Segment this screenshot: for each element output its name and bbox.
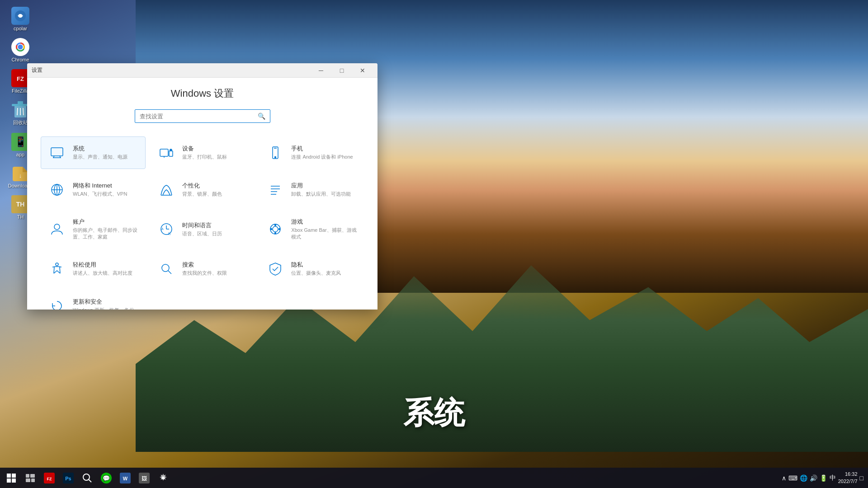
chevron-up-icon[interactable]: ∧ xyxy=(782,474,786,482)
volume-icon[interactable]: 🔊 xyxy=(810,474,817,482)
svg-line-49 xyxy=(168,271,171,274)
svg-rect-55 xyxy=(30,474,35,478)
clock-date: 2022/7/7 xyxy=(838,478,858,485)
notification-icon[interactable]: □ xyxy=(860,474,863,482)
svg-rect-54 xyxy=(26,474,29,478)
accounts-text: 账户 你的账户、电子邮件、同步设置、工作、家庭 xyxy=(73,218,138,241)
phone-title: 手机 xyxy=(291,145,353,153)
personalization-settings-icon xyxy=(157,181,175,199)
svg-rect-11 xyxy=(18,101,23,104)
settings-item-time[interactable]: A あ 时间和语言 语音、区域、日历 xyxy=(150,211,255,248)
svg-text:FZ: FZ xyxy=(47,477,52,481)
app-label: app xyxy=(16,152,24,157)
search-taskbar-icon xyxy=(82,473,92,483)
svg-point-47 xyxy=(56,263,58,266)
settings-item-devices[interactable]: 设备 蓝牙、打印机、鼠标 xyxy=(150,136,255,169)
lang-indicator[interactable]: 中 xyxy=(830,474,836,482)
time-desc: 语音、区域、日历 xyxy=(182,230,222,237)
settings-taskbar-icon xyxy=(158,473,168,483)
word-taskbar-icon: W xyxy=(120,473,131,483)
update-title: 更新和安全 xyxy=(73,298,134,306)
svg-rect-53 xyxy=(12,479,16,483)
apps-settings-icon xyxy=(266,181,284,199)
settings-item-search[interactable]: 搜索 查找我的文件、权限 xyxy=(150,253,255,285)
svg-point-44 xyxy=(275,233,276,234)
taskbar-photos[interactable]: 🖼 xyxy=(135,469,153,487)
svg-text:🖼: 🖼 xyxy=(142,475,147,482)
settings-item-update[interactable]: 更新和安全 Windows 更新、恢复、备份 xyxy=(41,290,146,310)
settings-item-system[interactable]: 系统 显示、声音、通知、电源 xyxy=(41,136,146,169)
taskbar-search[interactable] xyxy=(78,469,96,487)
start-button[interactable] xyxy=(2,469,20,487)
desktop-icon-chrome[interactable]: Chrome xyxy=(5,36,36,65)
gaming-desc: Xbox Game Bar、捕获、游戏模式 xyxy=(291,227,357,241)
settings-item-accessibility[interactable]: 轻松使用 讲述人、放大镜、高对比度 xyxy=(41,253,146,285)
filezilla-icon: FZ xyxy=(11,69,29,87)
settings-item-phone[interactable]: 手机 连接 Android 设备和 iPhone xyxy=(259,136,364,169)
taskbar-word[interactable]: W xyxy=(116,469,134,487)
keyboard-icon[interactable]: ⌨ xyxy=(788,474,797,482)
taskbar-filezilla[interactable]: FZ xyxy=(40,469,58,487)
taskbar-wechat[interactable]: 💬 xyxy=(97,469,115,487)
search-input[interactable] xyxy=(140,113,258,120)
svg-rect-57 xyxy=(31,479,35,482)
svg-point-46 xyxy=(279,229,280,230)
settings-item-accounts[interactable]: 账户 你的账户、电子邮件、同步设置、工作、家庭 xyxy=(41,211,146,248)
svg-line-63 xyxy=(89,479,91,482)
ps-taskbar-icon: Ps xyxy=(63,473,74,483)
gaming-title: 游戏 xyxy=(291,218,357,226)
recycle-label: 回收站 xyxy=(13,119,28,126)
system-settings-icon xyxy=(48,144,66,162)
wechat-taskbar-icon: 💬 xyxy=(101,473,112,483)
svg-rect-16 xyxy=(51,148,63,156)
settings-window: 设置 ─ □ ✕ Windows 设置 🔍 系统 显示、声音、通知、电源 xyxy=(27,63,377,310)
system-desc: 显示、声音、通知、电源 xyxy=(73,154,127,160)
accounts-title: 账户 xyxy=(73,218,138,226)
svg-rect-50 xyxy=(7,474,11,478)
settings-item-apps[interactable]: 应用 卸载、默认应用、可选功能 xyxy=(259,174,364,206)
network-icon[interactable]: 🌐 xyxy=(800,474,807,482)
settings-item-gaming[interactable]: 游戏 Xbox Game Bar、捕获、游戏模式 xyxy=(259,211,364,248)
svg-rect-20 xyxy=(160,149,168,156)
desktop-icon-cpolar[interactable]: cpolar xyxy=(5,5,36,33)
taskbar-clock[interactable]: 16:32 2022/7/7 xyxy=(838,471,858,485)
phone-text: 手机 连接 Android 设备和 iPhone xyxy=(291,145,353,160)
taskbar-settings[interactable] xyxy=(154,469,172,487)
devices-desc: 蓝牙、打印机、鼠标 xyxy=(182,154,227,160)
filezilla-taskbar-icon: FZ xyxy=(44,473,55,483)
settings-item-privacy[interactable]: 隐私 位置、摄像头、麦克风 xyxy=(259,253,364,285)
svg-point-5 xyxy=(18,45,23,50)
svg-point-1 xyxy=(19,14,22,18)
battery-icon[interactable]: 🔋 xyxy=(820,474,827,482)
settings-item-network[interactable]: 网络和 Internet WLAN、飞行模式、VPN xyxy=(41,174,146,206)
maximize-button[interactable]: □ xyxy=(331,63,352,78)
accounts-desc: 你的账户、电子邮件、同步设置、工作、家庭 xyxy=(73,227,138,241)
taskbar-right: ∧ ⌨ 🌐 🔊 🔋 中 16:32 2022/7/7 □ xyxy=(782,471,866,485)
task-view-button[interactable] xyxy=(21,469,39,487)
svg-text:FZ: FZ xyxy=(17,75,24,82)
apps-text: 应用 卸载、默认应用、可选功能 xyxy=(291,182,351,197)
search-icon[interactable]: 🔍 xyxy=(258,113,265,120)
accessibility-title: 轻松使用 xyxy=(73,261,132,269)
clock-time: 16:32 xyxy=(838,471,858,478)
svg-point-25 xyxy=(275,157,276,158)
personalization-title: 个性化 xyxy=(182,182,222,190)
window-content: Windows 设置 🔍 系统 显示、声音、通知、电源 xyxy=(27,78,377,310)
svg-point-35 xyxy=(54,224,60,230)
settings-item-personalization[interactable]: 个性化 背景、锁屏、颜色 xyxy=(150,174,255,206)
phone-desc: 连接 Android 设备和 iPhone xyxy=(291,154,353,160)
taskbar-ps[interactable]: Ps xyxy=(59,469,77,487)
update-desc: Windows 更新、恢复、备份 xyxy=(73,307,134,310)
accessibility-text: 轻松使用 讲述人、放大镜、高对比度 xyxy=(73,261,132,277)
svg-line-12 xyxy=(17,108,18,115)
search-title: 搜索 xyxy=(182,261,227,269)
phone-settings-icon xyxy=(266,144,284,162)
cpolar-icon xyxy=(14,9,27,22)
window-controls: ─ □ ✕ xyxy=(311,63,373,78)
minimize-button[interactable]: ─ xyxy=(311,63,331,78)
svg-point-42 xyxy=(273,226,278,232)
filezilla-label: FileZilla xyxy=(12,88,29,94)
close-button[interactable]: ✕ xyxy=(352,63,373,78)
devices-text: 设备 蓝牙、打印机、鼠标 xyxy=(182,145,227,160)
svg-text:あ: あ xyxy=(168,232,171,235)
